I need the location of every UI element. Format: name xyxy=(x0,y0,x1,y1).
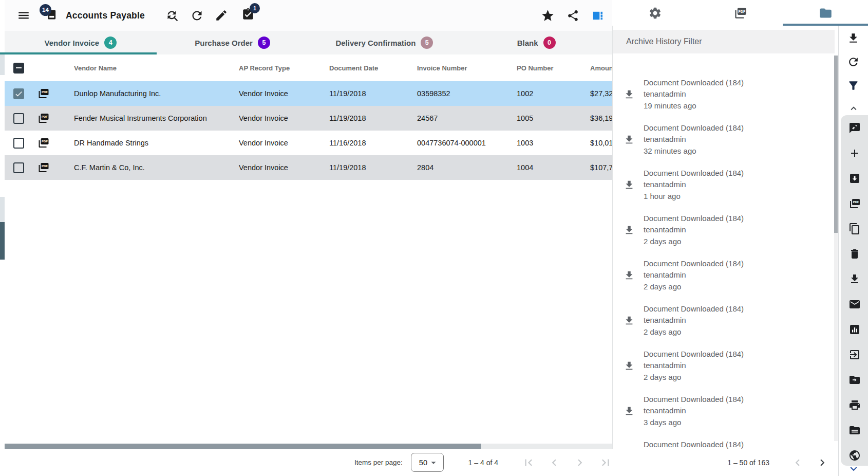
panel-tab-pdf[interactable]: PDF xyxy=(697,0,783,26)
history-user: tenantadmin xyxy=(644,315,744,326)
add-icon[interactable] xyxy=(848,147,861,159)
tab-purchase-order[interactable]: Purchase Order5 xyxy=(157,31,309,54)
tab-blank[interactable]: Blank0 xyxy=(460,31,612,54)
pdf-icon[interactable]: PDF xyxy=(37,112,50,124)
table-row[interactable]: PDFC.F. Martin & Co, Inc.Vendor Invoice1… xyxy=(5,155,612,180)
delete-icon[interactable] xyxy=(848,248,861,260)
left-rail-segment xyxy=(0,54,5,75)
download-icon xyxy=(624,406,635,417)
table-row[interactable]: PDFDunlop Manufacturing Inc.Vendor Invoi… xyxy=(5,81,612,106)
select-all-checkbox[interactable] xyxy=(13,63,24,74)
next-page-icon[interactable] xyxy=(816,456,829,469)
panel-tab-settings[interactable] xyxy=(612,0,697,26)
pdf-copy-icon[interactable]: PDF xyxy=(848,197,861,210)
history-user: tenantadmin xyxy=(644,134,744,145)
col-header-amount[interactable]: Amount xyxy=(586,64,612,72)
history-item[interactable]: Document Downloaded (184)tenantadmin3 da… xyxy=(613,392,833,437)
history-user: tenantadmin xyxy=(644,179,744,190)
row-checkbox[interactable] xyxy=(13,162,24,173)
tab-delivery-confirmation[interactable]: Delivery Confirmation5 xyxy=(309,31,461,54)
tasks-count-badge: 1 xyxy=(250,3,260,13)
star-icon[interactable] xyxy=(541,9,555,23)
refresh-icon[interactable] xyxy=(190,9,204,23)
exit-to-app-icon[interactable] xyxy=(848,349,861,361)
tasks-button[interactable]: 1 xyxy=(241,8,255,23)
row-checkbox[interactable] xyxy=(13,138,24,149)
tab-count-badge: 0 xyxy=(543,36,556,49)
amount: $10,019 xyxy=(586,139,612,147)
pdf-icon: PDF xyxy=(733,6,747,20)
panel-scrollbar-thumb[interactable] xyxy=(834,56,838,233)
archive-history-list: Document Downloaded (184)tenantadmin19 m… xyxy=(613,53,833,449)
download-box-icon[interactable] xyxy=(848,172,861,185)
refresh-icon[interactable] xyxy=(847,56,860,68)
right-panel-tabs: PDF xyxy=(612,0,868,26)
svg-text:PDF: PDF xyxy=(42,164,48,168)
inbox-document-button[interactable]: 14 xyxy=(46,8,58,23)
chevron-up-icon[interactable] xyxy=(848,103,859,114)
panel-scrollbar[interactable] xyxy=(834,56,838,441)
history-item[interactable]: Document Downloaded (184)tenantadmin2 da… xyxy=(613,211,833,257)
col-header-po-number[interactable]: PO Number xyxy=(512,64,586,72)
inbox-count-badge: 14 xyxy=(40,4,51,16)
row-checkbox[interactable] xyxy=(13,113,24,124)
history-item[interactable]: Document Downloaded (184)tenantadmin2 da… xyxy=(613,347,833,392)
history-item[interactable]: Document Downloaded (184)tenantadmin32 m… xyxy=(613,121,833,166)
page-size-select[interactable]: 50 xyxy=(411,453,444,472)
table-row[interactable]: PDFFender Musical Instruments Corporatio… xyxy=(5,106,612,131)
share-icon[interactable] xyxy=(567,9,579,22)
settings-icon xyxy=(648,6,662,20)
download-icon[interactable] xyxy=(848,273,861,285)
svg-text:PDF: PDF xyxy=(738,9,745,13)
rate-review-icon[interactable] xyxy=(848,122,861,134)
page-title: Accounts Payable xyxy=(66,10,145,21)
pdf-icon[interactable]: PDF xyxy=(37,161,50,174)
tab-vendor-invoice[interactable]: Vendor Invoice4 xyxy=(5,31,157,54)
chevron-down-icon[interactable] xyxy=(847,462,860,475)
download-icon[interactable] xyxy=(847,32,860,45)
previous-page-icon[interactable] xyxy=(791,456,804,469)
row-checkbox[interactable] xyxy=(13,88,24,99)
find-replace-icon[interactable] xyxy=(165,9,179,23)
horizontal-scrollbar[interactable] xyxy=(5,444,612,449)
invoice-number: 03598352 xyxy=(412,89,512,98)
menu-icon[interactable] xyxy=(17,9,30,22)
previous-page-icon[interactable] xyxy=(548,456,561,469)
edit-icon[interactable] xyxy=(215,9,228,22)
history-item[interactable]: Document Downloaded (184)tenantadmin1 ho… xyxy=(613,166,833,211)
history-item[interactable]: Document Downloaded (184)tenantadmin2 da… xyxy=(613,302,833,347)
panel-tab-folder[interactable] xyxy=(783,0,868,26)
invoice-table-body: PDFDunlop Manufacturing Inc.Vendor Invoi… xyxy=(5,81,612,180)
pdf-icon[interactable]: PDF xyxy=(37,87,50,100)
archive-history-header[interactable]: Archive History Filter xyxy=(613,30,835,53)
copy-icon[interactable] xyxy=(848,223,861,235)
history-title: Document Downloaded (184) xyxy=(644,349,744,360)
col-header-document-date[interactable]: Document Date xyxy=(325,64,412,72)
folder-docs-icon[interactable] xyxy=(848,424,861,436)
analytics-icon[interactable] xyxy=(848,323,861,336)
history-item[interactable]: Document Downloaded (184)tenantadmin19 m… xyxy=(613,76,833,121)
col-header-invoice-number[interactable]: Invoice Number xyxy=(412,64,512,72)
record-type: Vendor Invoice xyxy=(234,163,325,172)
filter-icon[interactable] xyxy=(847,79,860,92)
folder-move-icon[interactable] xyxy=(848,374,861,386)
last-page-icon[interactable] xyxy=(599,456,612,469)
table-paginator: Items per page: 50 1 – 4 of 4 xyxy=(5,449,612,476)
document-type-tabs: Vendor Invoice4Purchase Order5Delivery C… xyxy=(5,31,612,54)
history-item[interactable]: Document Downloaded (184)tenantadmin2 da… xyxy=(613,257,833,302)
horizontal-scrollbar-thumb[interactable] xyxy=(5,444,481,449)
table-row[interactable]: PDFDR Handmade StringsVendor Invoice11/1… xyxy=(5,131,612,155)
next-page-icon[interactable] xyxy=(573,456,587,469)
invoice-number: 2804 xyxy=(412,163,512,172)
col-header-vendor-name[interactable]: Vendor Name xyxy=(69,64,234,72)
pdf-icon[interactable]: PDF xyxy=(37,137,50,149)
history-item[interactable]: Document Downloaded (184) xyxy=(613,437,833,449)
first-page-icon[interactable] xyxy=(522,456,535,469)
layout-split-icon[interactable] xyxy=(592,10,603,22)
mail-icon[interactable] xyxy=(848,298,861,310)
print-icon[interactable] xyxy=(848,399,861,411)
col-header-ap-record-type[interactable]: AP Record Type xyxy=(234,64,325,72)
collapsed-left-rail[interactable] xyxy=(0,0,5,476)
invoice-number: 0047736074-000001 xyxy=(412,139,512,147)
globe-icon[interactable] xyxy=(848,449,861,462)
